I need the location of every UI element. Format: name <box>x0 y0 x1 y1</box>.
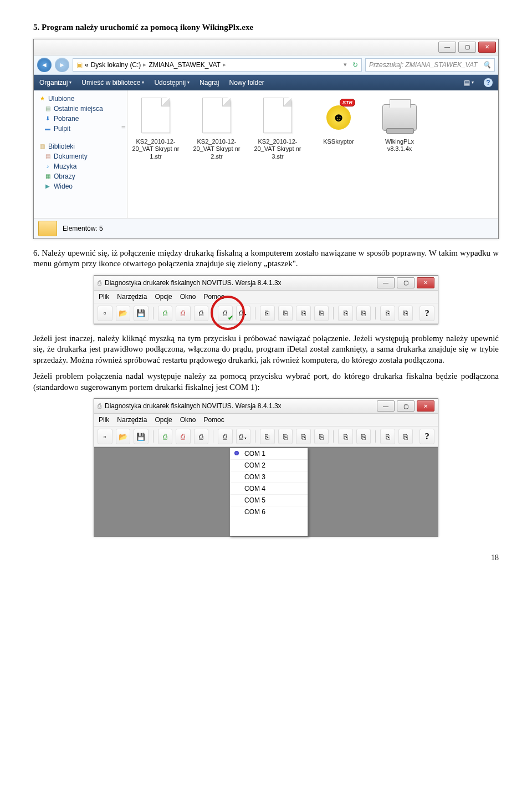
open-icon[interactable]: 📂 <box>116 429 131 444</box>
sidebar-pictures[interactable]: ▦Obrazy <box>36 171 125 181</box>
breadcrumb-drive[interactable]: Dysk lokalny (C:) <box>91 61 141 69</box>
file-item[interactable]: KS2_2010-12-20_VAT Skrypt nr 3.str <box>253 96 303 161</box>
menu-window[interactable]: Okno <box>180 416 196 424</box>
dropdown-icon[interactable]: ▾ <box>344 61 347 68</box>
nav-back-button[interactable]: ◄ <box>37 58 52 72</box>
sidebar-music[interactable]: ♪Muzyka <box>36 161 125 171</box>
menu-options[interactable]: Opcje <box>155 416 172 424</box>
toolbar-record[interactable]: Nagraj <box>200 79 219 87</box>
sidebar-videos[interactable]: ▶Wideo <box>36 181 125 191</box>
tool-icon[interactable]: ⎘ <box>296 306 311 321</box>
tool-icon[interactable]: ⎘ <box>260 306 275 321</box>
tool-icon[interactable]: ⎘ <box>260 429 275 444</box>
com-option-3[interactable]: COM 3 <box>230 471 308 483</box>
menu-help[interactable]: Pomoc <box>203 416 224 424</box>
tool-icon[interactable]: ⎘ <box>398 429 413 444</box>
sidebar-libraries[interactable]: ▥Biblioteki <box>36 141 125 151</box>
connect-add-icon[interactable]: ⎙ <box>158 429 173 444</box>
sidebar-favorites[interactable]: ★Ulubione <box>36 94 125 104</box>
file-item[interactable]: WikingPLx v8.3.1.4x <box>375 96 424 154</box>
toolbar-library[interactable]: Umieść w bibliotece▾ <box>81 79 144 87</box>
help-icon[interactable]: ? <box>484 78 493 87</box>
diag-menubar: Plik Narzędzia Opcje Okno Pomoc <box>94 414 438 427</box>
menu-window[interactable]: Okno <box>180 293 196 301</box>
toolbar-share[interactable]: Udostępnij▾ <box>154 79 190 87</box>
sidebar-downloads[interactable]: ⬇Pobrane <box>36 114 125 124</box>
separator <box>213 307 213 319</box>
com-option-6[interactable]: COM 6 <box>230 506 308 517</box>
menu-tools[interactable]: Narzędzia <box>117 416 147 424</box>
tool-icon[interactable]: ⎘ <box>314 429 329 444</box>
connection-icon[interactable]: ⎙ <box>218 429 233 444</box>
toolbar-newfolder[interactable]: Nowy folder <box>229 79 264 87</box>
separator <box>153 430 154 443</box>
menu-file[interactable]: Plik <box>99 293 109 301</box>
maximize-button[interactable]: ▢ <box>458 42 476 53</box>
connect-add-icon[interactable]: ⎙ <box>158 306 173 321</box>
close-button[interactable]: ✕ <box>417 277 434 288</box>
breadcrumb-folder[interactable]: ZMIANA_STAWEK_VAT <box>149 61 221 69</box>
view-options-icon[interactable]: ▤ ▾ <box>464 79 474 87</box>
tool-icon[interactable]: ⎘ <box>356 429 371 444</box>
breadcrumb-prefix: « <box>85 61 89 69</box>
com-option-1[interactable]: COM 1 <box>230 448 308 460</box>
tool-icon[interactable]: ⎘ <box>278 429 293 444</box>
file-label: KSSkryptor <box>314 138 364 146</box>
save-icon[interactable]: 💾 <box>134 429 149 444</box>
new-icon[interactable]: ▫ <box>98 306 112 321</box>
connection-ok-icon[interactable]: ⎙✔ <box>218 306 233 321</box>
tool-icon[interactable]: ⎘ <box>314 306 329 321</box>
file-label: KS2_2010-12-20_VAT Skrypt nr 3.str <box>253 138 303 161</box>
tool-icon[interactable]: ⎘ <box>380 306 395 321</box>
connect-remove-icon[interactable]: ⎙ <box>176 429 191 444</box>
file-item[interactable]: KS2_2010-12-20_VAT Skrypt nr 2.str <box>192 96 242 161</box>
recent-icon: ▤ <box>44 105 52 113</box>
printer-settings-icon[interactable]: ⎙ <box>194 306 209 321</box>
breadcrumb-bar[interactable]: ▣ « Dysk lokalny (C:) ▸ ZMIANA_STAWEK_VA… <box>73 58 362 72</box>
maximize-button[interactable]: ▢ <box>397 400 415 412</box>
menu-file[interactable]: Plik <box>99 416 109 424</box>
minimize-button[interactable]: — <box>377 277 395 288</box>
menu-help[interactable]: Pomoc <box>203 293 224 301</box>
toolbar-organize[interactable]: Organizuj▾ <box>39 79 71 87</box>
port-select-icon[interactable]: ⎙▾ <box>236 306 251 321</box>
com-option-5[interactable]: COM 5 <box>230 495 308 506</box>
file-item[interactable]: STR ☻ KSSkryptor <box>314 96 364 146</box>
skryptor-icon: STR ☻ <box>322 99 355 132</box>
port-select-icon[interactable]: ⎙▾ <box>236 429 251 444</box>
minimize-button[interactable]: — <box>438 42 456 53</box>
connect-remove-icon[interactable]: ⎙ <box>176 306 191 321</box>
com-option-2[interactable]: COM 2 <box>230 460 308 471</box>
help-icon[interactable]: ? <box>420 306 434 321</box>
tool-icon[interactable]: ⎘ <box>278 306 293 321</box>
tool-icon[interactable]: ⎘ <box>356 306 371 321</box>
separator <box>255 430 255 443</box>
file-item[interactable]: KS2_2010-12-20_VAT Skrypt nr 1.str <box>131 96 181 161</box>
sidebar-desktop[interactable]: ▬Pulpit <box>36 124 125 134</box>
tool-icon[interactable]: ⎘ <box>338 429 353 444</box>
sidebar-recent[interactable]: ▤Ostatnie miejsca <box>36 104 125 114</box>
new-icon[interactable]: ▫ <box>98 429 112 444</box>
com-port-menu: COM 1 COM 2 COM 3 COM 4 COM 5 COM 6 <box>229 448 308 536</box>
tool-icon[interactable]: ⎘ <box>380 429 395 444</box>
minimize-button[interactable]: — <box>377 400 395 412</box>
nav-forward-button[interactable]: ► <box>55 58 69 72</box>
pictures-icon: ▦ <box>44 172 52 180</box>
close-button[interactable]: ✕ <box>417 400 434 412</box>
sidebar-documents[interactable]: ▤Dokumenty <box>36 151 125 161</box>
step6-text: 6. Należy upewnić się, iż połączenie mię… <box>33 248 499 270</box>
tool-icon[interactable]: ⎘ <box>296 429 311 444</box>
close-button[interactable]: ✕ <box>478 42 496 53</box>
printer-settings-icon[interactable]: ⎙ <box>194 429 209 444</box>
tool-icon[interactable]: ⎘ <box>338 306 353 321</box>
tool-icon[interactable]: ⎘ <box>398 306 413 321</box>
search-input[interactable]: Przeszukaj: ZMIANA_STAWEK_VAT 🔍 <box>365 58 495 72</box>
menu-options[interactable]: Opcje <box>155 293 172 301</box>
refresh-icon[interactable]: ↻ <box>352 61 358 69</box>
save-icon[interactable]: 💾 <box>134 306 149 321</box>
help-icon[interactable]: ? <box>420 429 434 444</box>
menu-tools[interactable]: Narzędzia <box>117 293 147 301</box>
maximize-button[interactable]: ▢ <box>397 277 415 288</box>
open-icon[interactable]: 📂 <box>116 306 131 321</box>
com-option-4[interactable]: COM 4 <box>230 483 308 495</box>
